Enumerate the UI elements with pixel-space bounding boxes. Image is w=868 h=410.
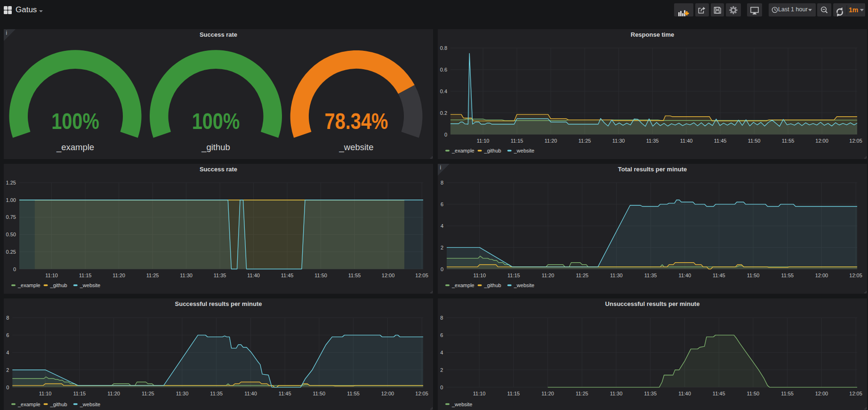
svg-text:11:55: 11:55 — [781, 273, 794, 278]
svg-text:11:45: 11:45 — [713, 391, 725, 396]
svg-text:1.25: 1.25 — [6, 180, 16, 185]
svg-text:8: 8 — [440, 315, 443, 321]
svg-text:11:20: 11:20 — [113, 273, 125, 278]
svg-text:6: 6 — [440, 332, 443, 338]
svg-text:11:25: 11:25 — [576, 391, 588, 396]
svg-text:_website: _website — [514, 282, 534, 288]
svg-text:_github: _github — [50, 402, 67, 407]
svg-text:0: 0 — [440, 385, 443, 390]
svg-text:11:30: 11:30 — [610, 391, 623, 396]
svg-text:_github: _github — [50, 282, 67, 288]
svg-text:11:35: 11:35 — [644, 273, 657, 278]
svg-text:_github: _github — [484, 282, 501, 288]
svg-text:100%: 100% — [51, 108, 99, 134]
svg-text:11:25: 11:25 — [579, 138, 591, 144]
svg-text:11:45: 11:45 — [279, 391, 291, 396]
svg-text:11:25: 11:25 — [142, 391, 154, 396]
svg-text:11:10: 11:10 — [45, 273, 58, 278]
svg-text:Response time: Response time — [631, 31, 674, 38]
svg-text:100%: 100% — [192, 108, 240, 134]
svg-text:4: 4 — [6, 350, 9, 355]
svg-text:0.50: 0.50 — [6, 232, 16, 237]
svg-text:11:40: 11:40 — [680, 138, 693, 144]
svg-text:Successful results per minute: Successful results per minute — [175, 300, 262, 307]
svg-text:11:35: 11:35 — [644, 391, 657, 396]
svg-text:11:50: 11:50 — [313, 391, 326, 396]
svg-text:11:30: 11:30 — [176, 391, 189, 396]
svg-text:12:05: 12:05 — [849, 391, 862, 396]
svg-text:12:05: 12:05 — [415, 273, 428, 278]
svg-text:_website: _website — [80, 402, 100, 407]
svg-text:0: 0 — [13, 266, 16, 272]
svg-text:11:10: 11:10 — [473, 391, 486, 396]
svg-text:6: 6 — [441, 201, 443, 207]
svg-text:0: 0 — [441, 266, 443, 272]
svg-text:_website: _website — [80, 282, 100, 288]
svg-text:11:20: 11:20 — [107, 391, 120, 396]
svg-text:11:10: 11:10 — [39, 391, 52, 396]
svg-text:11:50: 11:50 — [747, 273, 760, 278]
svg-text:_github: _github — [201, 142, 230, 153]
svg-text:78.34%: 78.34% — [325, 108, 388, 134]
svg-text:Unsuccessful results per minut: Unsuccessful results per minute — [605, 300, 700, 307]
svg-text:_example: _example — [56, 142, 94, 153]
svg-text:8: 8 — [441, 180, 443, 185]
svg-text:11:55: 11:55 — [348, 273, 361, 278]
svg-text:11:20: 11:20 — [542, 273, 555, 278]
svg-text:12:05: 12:05 — [849, 138, 862, 144]
svg-text:2: 2 — [441, 245, 443, 250]
svg-text:4: 4 — [440, 350, 443, 355]
svg-text:11:40: 11:40 — [678, 391, 691, 396]
svg-text:11:40: 11:40 — [247, 273, 260, 278]
svg-text:11:10: 11:10 — [473, 273, 486, 278]
svg-text:11:30: 11:30 — [610, 273, 623, 278]
svg-text:11:50: 11:50 — [748, 138, 761, 144]
svg-text:6: 6 — [6, 332, 9, 338]
svg-text:11:45: 11:45 — [713, 273, 725, 278]
svg-text:1.00: 1.00 — [6, 197, 16, 203]
svg-text:11:25: 11:25 — [146, 273, 159, 278]
svg-text:2: 2 — [6, 367, 9, 373]
svg-text:11:40: 11:40 — [678, 273, 691, 278]
svg-text:_website: _website — [514, 148, 534, 153]
svg-text:11:45: 11:45 — [714, 138, 727, 144]
svg-text:12:00: 12:00 — [815, 273, 828, 278]
svg-text:0.2: 0.2 — [440, 110, 447, 116]
svg-text:11:20: 11:20 — [545, 138, 557, 144]
svg-text:0.6: 0.6 — [440, 67, 447, 72]
svg-text:11:15: 11:15 — [73, 391, 86, 396]
svg-text:12:05: 12:05 — [849, 273, 862, 278]
svg-text:_example: _example — [17, 282, 40, 288]
svg-text:0: 0 — [444, 132, 447, 137]
svg-text:11:30: 11:30 — [612, 138, 625, 144]
svg-text:12:00: 12:00 — [815, 391, 828, 396]
svg-text:i: i — [440, 164, 442, 171]
svg-text:11:55: 11:55 — [781, 391, 794, 396]
svg-text:12:00: 12:00 — [381, 391, 394, 396]
svg-text:11:35: 11:35 — [646, 138, 659, 144]
svg-text:11:15: 11:15 — [511, 138, 523, 144]
svg-text:Total results per minute: Total results per minute — [618, 166, 687, 173]
svg-text:2: 2 — [440, 367, 443, 373]
svg-text:11:25: 11:25 — [576, 273, 588, 278]
svg-text:11:50: 11:50 — [314, 273, 327, 278]
svg-text:12:00: 12:00 — [815, 138, 828, 144]
svg-text:Success rate: Success rate — [200, 166, 237, 173]
svg-text:12:00: 12:00 — [382, 273, 395, 278]
svg-text:_example: _example — [17, 402, 40, 407]
svg-text:11:15: 11:15 — [79, 273, 92, 278]
svg-text:11:50: 11:50 — [747, 391, 760, 396]
svg-text:11:30: 11:30 — [180, 273, 193, 278]
svg-text:Success rate: Success rate — [200, 31, 237, 38]
svg-text:_website: _website — [338, 142, 373, 153]
svg-text:i: i — [6, 30, 8, 36]
svg-text:11:15: 11:15 — [507, 273, 520, 278]
svg-text:11:20: 11:20 — [541, 391, 554, 396]
svg-text:0.8: 0.8 — [440, 45, 447, 51]
svg-text:11:55: 11:55 — [347, 391, 360, 396]
svg-text:11:10: 11:10 — [477, 138, 490, 144]
svg-text:11:35: 11:35 — [210, 391, 223, 396]
svg-text:11:35: 11:35 — [214, 273, 226, 278]
svg-text:11:55: 11:55 — [782, 138, 795, 144]
svg-text:0.4: 0.4 — [440, 88, 447, 94]
